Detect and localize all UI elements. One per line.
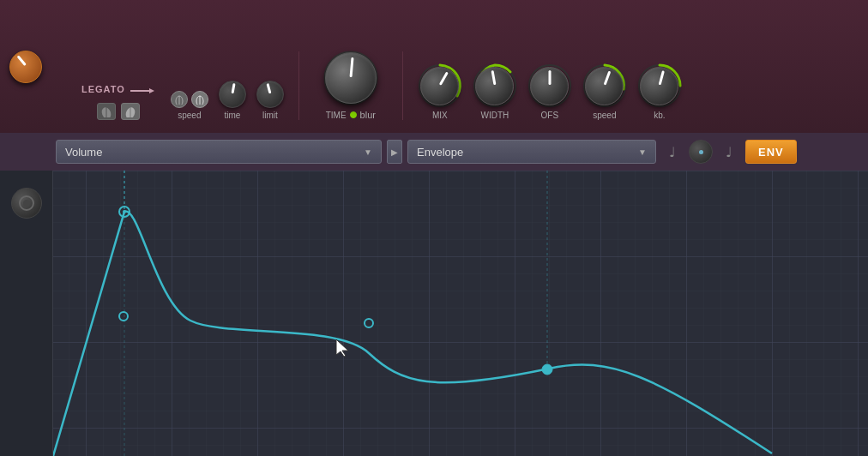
feather-svg <box>174 94 184 105</box>
mix-knob-container: MIX <box>418 63 462 120</box>
leaf-svg-2 <box>124 105 136 117</box>
controls-row: LEGATO <box>56 0 682 133</box>
ofs-knob[interactable] <box>530 67 569 105</box>
arrow-icon: ▶ <box>391 147 398 157</box>
legato-arrow-icon <box>130 87 156 95</box>
leaf-icon-1[interactable] <box>97 103 116 120</box>
env-btn-label: ENV <box>758 146 784 159</box>
speed-icons <box>171 91 208 108</box>
envelope-dropdown-label: Envelope <box>417 146 463 159</box>
kb-label: kb. <box>654 111 665 120</box>
volume-dropdown[interactable]: Volume ▼ <box>56 140 382 164</box>
note-left-btn[interactable]: ♩ <box>661 140 684 164</box>
time-large-knob[interactable] <box>325 52 377 104</box>
speed-icon[interactable] <box>171 91 188 108</box>
feather-icon-2[interactable] <box>191 91 208 108</box>
orange-knob-container <box>9 51 42 83</box>
envelope-path <box>53 212 772 456</box>
separator-1 <box>298 51 299 120</box>
leaf-svg-1 <box>100 105 112 117</box>
cp-2[interactable] <box>119 312 128 321</box>
time-knob-container: time <box>219 81 246 120</box>
note-right-icon: ♩ <box>726 144 732 160</box>
large-time-section: TIME blur <box>322 50 379 120</box>
svg-marker-1 <box>149 88 154 93</box>
dropdown-row: Volume ▼ ▶ Envelope ▼ ♩ ♩ ENV <box>0 133 868 171</box>
note-right-btn[interactable]: ♩ <box>718 140 740 164</box>
blur-label: blur <box>360 110 376 120</box>
width-ring[interactable] <box>473 63 517 108</box>
cp-3[interactable] <box>365 319 373 327</box>
icon-pair-group <box>97 103 140 120</box>
limit-knob[interactable] <box>256 81 284 108</box>
speed2-ring[interactable] <box>582 63 627 108</box>
orange-knob[interactable] <box>9 51 42 83</box>
speed-section: speed <box>171 91 208 120</box>
speed2-knob[interactable] <box>585 67 624 105</box>
separator-2 <box>402 51 403 120</box>
volume-dropdown-arrow: ▼ <box>364 147 372 157</box>
leaf-icon-2[interactable] <box>121 103 140 120</box>
next-arrow-btn[interactable]: ▶ <box>387 140 402 164</box>
mix-knob[interactable] <box>420 67 459 105</box>
time-radio-group: TIME blur <box>326 110 376 120</box>
radio-blur[interactable] <box>350 111 357 118</box>
ofs-ring[interactable] <box>527 63 572 108</box>
legato-section: LEGATO <box>81 84 156 120</box>
top-left-area <box>0 0 51 133</box>
time-large-knob-ring[interactable] <box>322 50 379 106</box>
speed2-label: speed <box>593 111 616 120</box>
env-button[interactable]: ENV <box>745 140 797 164</box>
envelope-dropdown[interactable]: Envelope ▼ <box>407 140 656 164</box>
ofs-knob-container: OFS <box>527 63 572 120</box>
ofs-label: OFS <box>541 111 559 120</box>
legato-label: LEGATO <box>81 84 125 94</box>
volume-dropdown-label: Volume <box>65 146 102 159</box>
mix-ring[interactable] <box>418 63 462 108</box>
speed2-knob-container: speed <box>582 63 627 120</box>
dot-center <box>699 150 703 154</box>
top-bar: LEGATO <box>0 0 868 133</box>
note-left-icon: ♩ <box>669 144 676 160</box>
time-large-label: TIME <box>326 111 347 120</box>
limit-knob-label: limit <box>262 111 278 120</box>
time-knob[interactable] <box>219 81 246 108</box>
width-label: WIDTH <box>480 111 509 120</box>
feather-svg-2 <box>195 94 205 105</box>
limit-knob-container: limit <box>256 81 284 120</box>
time-knob-label: time <box>224 111 240 120</box>
width-knob[interactable] <box>475 67 514 105</box>
dot-indicator[interactable] <box>689 140 713 164</box>
envelope-dropdown-arrow: ▼ <box>638 147 647 157</box>
envelope-area <box>0 171 868 456</box>
mix-label: MIX <box>432 111 448 120</box>
kb-knob-container: kb. <box>637 63 682 120</box>
width-knob-container: WIDTH <box>473 63 517 120</box>
kb-ring[interactable] <box>637 63 682 108</box>
envelope-svg <box>53 171 868 456</box>
speed-label: speed <box>178 111 201 120</box>
kb-knob[interactable] <box>640 67 678 105</box>
